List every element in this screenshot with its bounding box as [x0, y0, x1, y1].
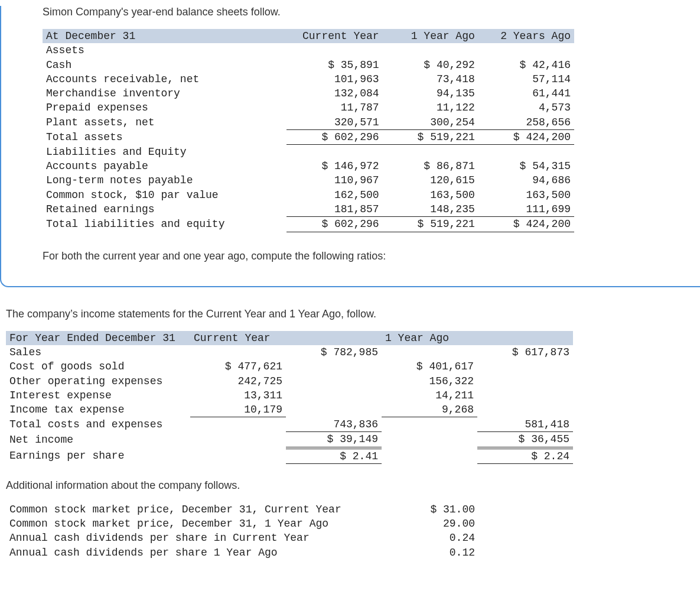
row-label: Sales — [6, 345, 190, 359]
col-header-current: Current Year — [190, 331, 382, 345]
cell: 163,500 — [478, 188, 574, 202]
table-row: Accounts receivable, net 101,963 73,418 … — [43, 72, 574, 86]
row-label: Other operating expenses — [6, 374, 190, 388]
cell: 181,857 — [286, 202, 382, 217]
cell: $ 54,315 — [478, 159, 574, 173]
cell: $ 401,617 — [382, 359, 477, 374]
cell: 61,441 — [478, 86, 574, 100]
followup-text: For both the current year and one year a… — [43, 250, 700, 262]
row-label: Retained earnings — [43, 202, 286, 217]
cell: $ 35,891 — [286, 58, 382, 72]
row-label: Total costs and expenses — [6, 417, 190, 432]
table-row: Total liabilities and equity $ 602,296 $… — [43, 217, 574, 232]
intro-text-2: The company’s income statements for the … — [6, 308, 700, 320]
table-row: Retained earnings 181,857 148,235 111,69… — [43, 202, 574, 217]
additional-info-table: Common stock market price, December 31, … — [6, 502, 478, 560]
table-row: Merchandise inventory 132,084 94,135 61,… — [43, 86, 574, 100]
liab-equity-header: Liabilities and Equity — [43, 145, 286, 159]
cell: $ 42,416 — [478, 58, 574, 72]
row-label: Total liabilities and equity — [43, 217, 286, 232]
table-row: Annual cash dividends per share 1 Year A… — [6, 546, 478, 560]
cell: 14,211 — [382, 388, 477, 402]
row-label: Annual cash dividends per share in Curre… — [6, 531, 390, 545]
intro-text-1: Simon Company's year-end balance sheets … — [43, 6, 700, 18]
col-header-1yr: 1 Year Ago — [382, 331, 573, 345]
table-row: Long-term notes payable 110,967 120,615 … — [43, 173, 574, 187]
cell: 73,418 — [383, 72, 478, 86]
table-row: Liabilities and Equity — [43, 145, 574, 159]
row-label: Common stock market price, December 31, … — [6, 502, 390, 517]
row-label: Annual cash dividends per share 1 Year A… — [6, 546, 390, 560]
cell: 162,500 — [286, 188, 382, 202]
row-label: Merchandise inventory — [43, 86, 286, 100]
cell: 163,500 — [383, 188, 478, 202]
table-header-row: For Year Ended December 31 Current Year … — [6, 331, 573, 345]
row-label: Plant assets, net — [43, 115, 286, 130]
cell: 11,122 — [383, 100, 478, 115]
cell: 29.00 — [390, 517, 478, 531]
cell: 242,725 — [190, 374, 286, 388]
col-header-2yr: 2 Years Ago — [478, 29, 574, 43]
cell: 156,322 — [382, 374, 477, 388]
table-row: Prepaid expenses 11,787 11,122 4,573 — [43, 100, 574, 115]
table-row: Earnings per share $ 2.41 $ 2.24 — [6, 448, 573, 464]
table-row: Sales $ 782,985 $ 617,873 — [6, 345, 573, 359]
cell: 300,254 — [383, 115, 478, 130]
row-label: Cost of goods sold — [6, 359, 190, 374]
cell: 581,418 — [477, 417, 573, 432]
cell: $ 2.24 — [477, 448, 573, 464]
table-row: Total assets $ 602,296 $ 519,221 $ 424,2… — [43, 130, 574, 145]
col-header-1yr: 1 Year Ago — [383, 29, 478, 43]
cell: $ 602,296 — [286, 217, 382, 232]
cell: 94,135 — [383, 86, 478, 100]
cell: $ 2.41 — [286, 448, 382, 464]
cell: 0.12 — [390, 546, 478, 560]
row-label: Common stock market price, December 31, … — [6, 517, 390, 531]
cell: 13,311 — [190, 388, 286, 402]
income-statement-table: For Year Ended December 31 Current Year … — [6, 331, 573, 464]
cell: $ 602,296 — [286, 130, 382, 145]
table-row: Interest expense 13,311 14,211 — [6, 388, 573, 402]
row-label: Total assets — [43, 130, 286, 145]
table-row: Annual cash dividends per share in Curre… — [6, 531, 478, 545]
table-row: Common stock, $10 par value 162,500 163,… — [43, 188, 574, 202]
row-label: Accounts payable — [43, 159, 286, 173]
cell: 0.24 — [390, 531, 478, 545]
row-label: Accounts receivable, net — [43, 72, 286, 86]
row-label: Common stock, $10 par value — [43, 188, 286, 202]
cell: 743,836 — [286, 417, 382, 432]
row-label: Earnings per share — [6, 448, 190, 464]
cell: $ 146,972 — [286, 159, 382, 173]
col-header-date: At December 31 — [43, 29, 286, 43]
cell: $ 519,221 — [383, 217, 478, 232]
assets-header: Assets — [43, 43, 286, 57]
row-label: Net income — [6, 432, 190, 448]
cell: $ 39,149 — [286, 432, 382, 448]
cell: 57,114 — [478, 72, 574, 86]
cell: 148,235 — [383, 202, 478, 217]
cell: $ 31.00 — [390, 502, 478, 517]
table-row: Assets — [43, 43, 574, 57]
row-label: Prepaid expenses — [43, 100, 286, 115]
table-row: Total costs and expenses 743,836 581,418 — [6, 417, 573, 432]
row-label: Cash — [43, 58, 286, 72]
table-row: Accounts payable $ 146,972 $ 86,871 $ 54… — [43, 159, 574, 173]
table-row: Other operating expenses 242,725 156,322 — [6, 374, 573, 388]
table-row: Income tax expense 10,179 9,268 — [6, 402, 573, 417]
table-row: Cost of goods sold $ 477,621 $ 401,617 — [6, 359, 573, 374]
cell: 94,686 — [478, 173, 574, 187]
cell: 101,963 — [286, 72, 382, 86]
cell: $ 519,221 — [383, 130, 478, 145]
cell: 11,787 — [286, 100, 382, 115]
row-label: Long-term notes payable — [43, 173, 286, 187]
row-label: Interest expense — [6, 388, 190, 402]
table-row: Cash $ 35,891 $ 40,292 $ 42,416 — [43, 58, 574, 72]
cell: $ 86,871 — [383, 159, 478, 173]
table-header-row: At December 31 Current Year 1 Year Ago 2… — [43, 29, 574, 43]
col-header-date: For Year Ended December 31 — [6, 331, 190, 345]
cell: $ 36,455 — [477, 432, 573, 448]
intro-text-3: Additional information about the company… — [6, 479, 700, 492]
table-row: Plant assets, net 320,571 300,254 258,65… — [43, 115, 574, 130]
row-label: Income tax expense — [6, 402, 190, 417]
cell: $ 782,985 — [286, 345, 382, 359]
